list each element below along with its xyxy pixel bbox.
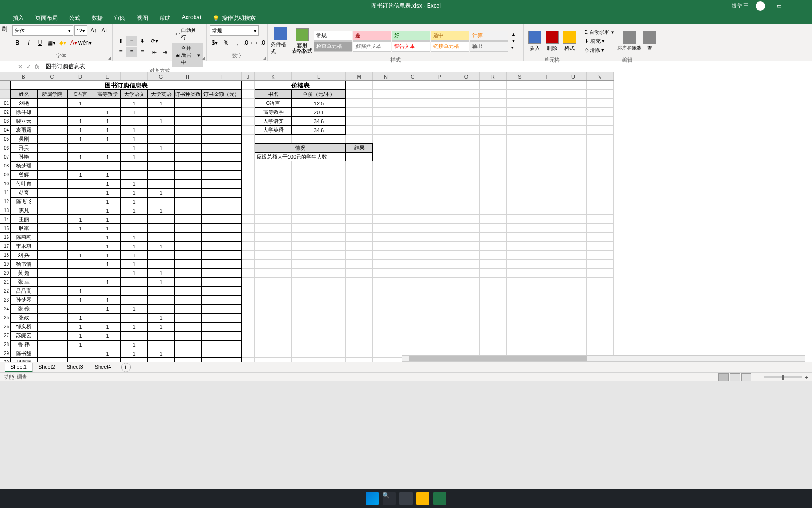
cell[interactable] xyxy=(533,81,560,90)
cell[interactable] xyxy=(121,278,148,286)
cell[interactable] xyxy=(255,135,292,143)
cell[interactable]: 耿露 xyxy=(10,224,37,233)
cell[interactable] xyxy=(533,331,560,340)
fill-color-button[interactable]: ◆▾ xyxy=(57,38,68,48)
cell[interactable] xyxy=(533,269,560,278)
decrease-font-icon[interactable]: A↓ xyxy=(100,25,110,36)
cell[interactable]: 孙艳 xyxy=(10,152,37,161)
cell[interactable]: C语言 xyxy=(67,90,94,99)
cell[interactable] xyxy=(587,90,614,99)
cell[interactable] xyxy=(242,286,255,295)
find-select-button[interactable]: 查 xyxy=(643,25,657,56)
cell[interactable] xyxy=(174,117,201,126)
italic-button[interactable]: I xyxy=(23,38,34,48)
col-header[interactable]: Q xyxy=(453,72,480,80)
cell[interactable] xyxy=(201,322,242,331)
cell[interactable] xyxy=(533,135,560,143)
cell[interactable] xyxy=(242,358,255,362)
cell[interactable] xyxy=(292,358,346,362)
cell[interactable] xyxy=(560,135,587,143)
sheet-tab[interactable]: Sheet2 xyxy=(33,363,61,372)
cell[interactable] xyxy=(121,295,148,304)
cell[interactable] xyxy=(37,260,67,269)
cell[interactable]: 1 xyxy=(121,251,148,260)
cell[interactable] xyxy=(587,322,614,331)
cell[interactable]: 1 xyxy=(148,242,174,251)
cell[interactable] xyxy=(480,242,507,251)
cell[interactable] xyxy=(480,251,507,260)
cell[interactable] xyxy=(560,331,587,340)
cell[interactable]: 30 xyxy=(0,358,10,362)
cell[interactable] xyxy=(148,251,174,260)
cell[interactable] xyxy=(560,269,587,278)
cell[interactable]: 陈书甜 xyxy=(10,349,37,358)
cell[interactable] xyxy=(373,358,399,362)
cell[interactable] xyxy=(507,152,533,161)
cell[interactable]: 1 xyxy=(121,99,148,108)
cell[interactable]: 08 xyxy=(0,161,10,170)
col-header[interactable]: F xyxy=(121,72,148,80)
col-header[interactable]: L xyxy=(292,72,346,80)
cell[interactable] xyxy=(242,188,255,197)
cell[interactable] xyxy=(174,206,201,215)
cell[interactable] xyxy=(533,179,560,188)
cell[interactable]: 1 xyxy=(121,242,148,251)
cell[interactable] xyxy=(426,286,453,295)
cell[interactable] xyxy=(174,197,201,206)
cell[interactable] xyxy=(255,188,292,197)
sheet-tab[interactable]: Sheet1 xyxy=(5,363,33,372)
cell[interactable] xyxy=(426,215,453,224)
cell[interactable] xyxy=(533,90,560,99)
tab-数据[interactable]: 数据 xyxy=(86,12,109,24)
cell[interactable] xyxy=(453,242,480,251)
accounting-button[interactable]: $▾ xyxy=(210,38,220,48)
col-header[interactable]: U xyxy=(560,72,587,80)
cell[interactable] xyxy=(587,304,614,313)
cell[interactable]: 1 xyxy=(67,286,94,295)
style-适中[interactable]: 适中 xyxy=(431,31,469,41)
cell[interactable] xyxy=(453,135,480,143)
cell[interactable] xyxy=(533,99,560,108)
col-header[interactable]: I xyxy=(201,72,242,80)
cell[interactable] xyxy=(94,340,121,349)
cell[interactable] xyxy=(292,161,346,170)
cell[interactable] xyxy=(480,170,507,179)
cell[interactable] xyxy=(121,170,148,179)
cell[interactable] xyxy=(453,340,480,349)
cell[interactable]: 1 xyxy=(94,251,121,260)
cell[interactable] xyxy=(373,108,399,117)
cell[interactable] xyxy=(533,170,560,179)
cell[interactable] xyxy=(174,278,201,286)
cell[interactable] xyxy=(148,152,174,161)
cell[interactable] xyxy=(242,206,255,215)
cell[interactable] xyxy=(453,304,480,313)
cell[interactable] xyxy=(37,224,67,233)
cell[interactable]: 26 xyxy=(0,322,10,331)
cell[interactable] xyxy=(533,206,560,215)
cell[interactable] xyxy=(399,170,426,179)
col-header[interactable]: G xyxy=(148,72,174,80)
cell[interactable]: 1 xyxy=(148,313,174,322)
cell[interactable]: 22 xyxy=(0,286,10,295)
cell[interactable] xyxy=(480,224,507,233)
bold-button[interactable]: B xyxy=(12,38,23,48)
cell[interactable]: 1 xyxy=(148,206,174,215)
cell[interactable]: 1 xyxy=(94,331,121,340)
cell[interactable] xyxy=(242,349,255,358)
cell[interactable]: 1 xyxy=(121,304,148,313)
cell[interactable] xyxy=(587,286,614,295)
cell[interactable] xyxy=(292,304,346,313)
cell[interactable]: 1 xyxy=(94,242,121,251)
delete-cells-button[interactable]: 删除 xyxy=(544,25,560,56)
cell[interactable] xyxy=(174,349,201,358)
cell[interactable] xyxy=(426,126,453,135)
cell[interactable] xyxy=(346,224,373,233)
cell[interactable]: 1 xyxy=(148,322,174,331)
cell[interactable] xyxy=(67,269,94,278)
cell[interactable] xyxy=(242,340,255,349)
cell[interactable]: 单价（元/本） xyxy=(292,90,346,99)
cell[interactable] xyxy=(346,152,373,161)
cell[interactable]: 订书种类数 xyxy=(174,90,201,99)
cell[interactable]: 1 xyxy=(94,206,121,215)
cell[interactable]: C语言 xyxy=(255,99,292,108)
